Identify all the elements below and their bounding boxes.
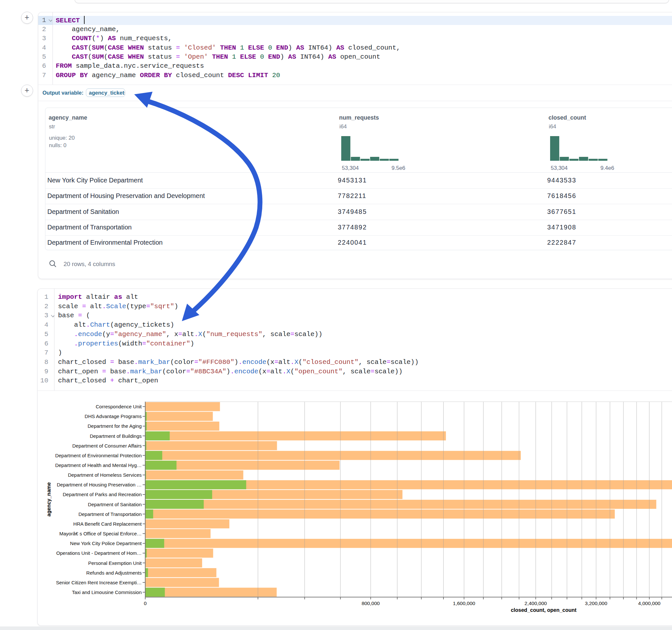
svg-text:Operations Unit - Department o: Operations Unit - Department of Hom… <box>56 550 142 556</box>
svg-text:closed_count, open_count: closed_count, open_count <box>511 607 577 613</box>
svg-text:Personal Exemption Unit: Personal Exemption Unit <box>88 560 142 566</box>
svg-text:Taxi and Limousine Commission: Taxi and Limousine Commission <box>72 589 142 595</box>
svg-text:Refunds and Adjustments: Refunds and Adjustments <box>86 570 142 576</box>
svg-text:9.4e6: 9.4e6 <box>600 165 614 171</box>
svg-text:4,000,000: 4,000,000 <box>638 601 661 606</box>
svg-text:Correspondence Unit: Correspondence Unit <box>96 404 142 409</box>
svg-text:Department of Health and Menta: Department of Health and Mental Hyg… <box>55 462 142 468</box>
svg-text:800,000: 800,000 <box>361 601 380 606</box>
svg-text:DHS Advantage Programs: DHS Advantage Programs <box>85 413 142 419</box>
svg-text:agency_name: agency_name <box>46 482 51 516</box>
svg-text:1,600,000: 1,600,000 <box>453 601 475 606</box>
svg-text:53,304: 53,304 <box>551 165 568 171</box>
svg-text:53,304: 53,304 <box>342 165 359 171</box>
svg-text:New York City Police Departmen: New York City Police Department <box>70 540 142 546</box>
svg-text:9.5e6: 9.5e6 <box>391 165 406 171</box>
svg-text:Department of Environmental Pr: Department of Environmental Protection <box>55 453 142 458</box>
svg-text:Department of Consumer Affairs: Department of Consumer Affairs <box>72 443 142 449</box>
svg-text:Department of Transportation: Department of Transportation <box>78 511 142 517</box>
svg-text:Mayorâ€ s Office of Special En: Mayorâ€ s Office of Special Enforce… <box>59 531 142 536</box>
svg-text:Department of Housing Preserva: Department of Housing Preservation … <box>57 482 142 487</box>
svg-text:0: 0 <box>144 601 147 606</box>
svg-text:HRA Benefit Card Replacement: HRA Benefit Card Replacement <box>73 521 142 527</box>
svg-text:Senior Citizen Rent Increase E: Senior Citizen Rent Increase Exempti… <box>56 580 142 585</box>
svg-text:Department of Homeless Service: Department of Homeless Services <box>68 472 142 478</box>
svg-text:Department of Parks and Recrea: Department of Parks and Recreation <box>63 492 142 497</box>
svg-text:Department of Sanitation: Department of Sanitation <box>88 502 142 507</box>
svg-text:Department of Buildings: Department of Buildings <box>90 433 142 439</box>
svg-text:2,400,000: 2,400,000 <box>525 601 547 606</box>
svg-text:3,200,000: 3,200,000 <box>585 601 607 606</box>
svg-text:Department for the Aging: Department for the Aging <box>88 423 142 429</box>
